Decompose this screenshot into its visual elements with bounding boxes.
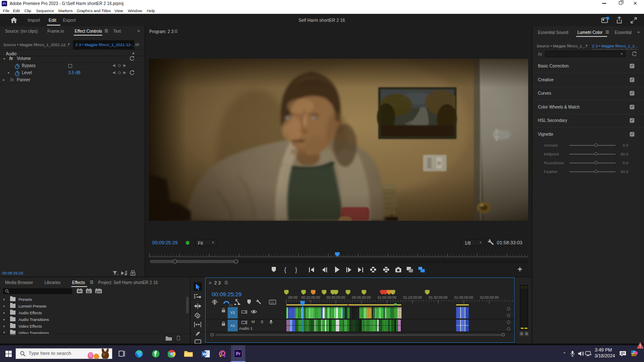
svg-text:}: }	[295, 266, 297, 273]
svg-text:PBS: PBS	[632, 354, 636, 356]
svg-text:32: 32	[87, 290, 90, 294]
svg-text:00:15:00:00: 00:15:00:00	[301, 295, 320, 300]
svg-text:{: {	[284, 266, 286, 273]
svg-text:02:00:00:00: 02:00:00:00	[480, 295, 499, 300]
svg-text::00:00: :00:00	[288, 295, 298, 300]
svg-text:01:30:00:00: 01:30:00:00	[429, 295, 448, 300]
svg-text:W: W	[203, 352, 206, 356]
svg-text:00:30:00:00: 00:30:00:00	[327, 295, 345, 300]
svg-text:01:00:00:00: 01:00:00:00	[378, 295, 397, 300]
svg-text:00:45:00:00: 00:45:00:00	[352, 295, 371, 300]
svg-text:01:15:00:00: 01:15:00:00	[403, 295, 422, 300]
svg-text:yuv: yuv	[96, 290, 101, 293]
svg-text:01:45:00:00: 01:45:00:00	[454, 295, 473, 300]
svg-text:CC: CC	[270, 301, 275, 304]
